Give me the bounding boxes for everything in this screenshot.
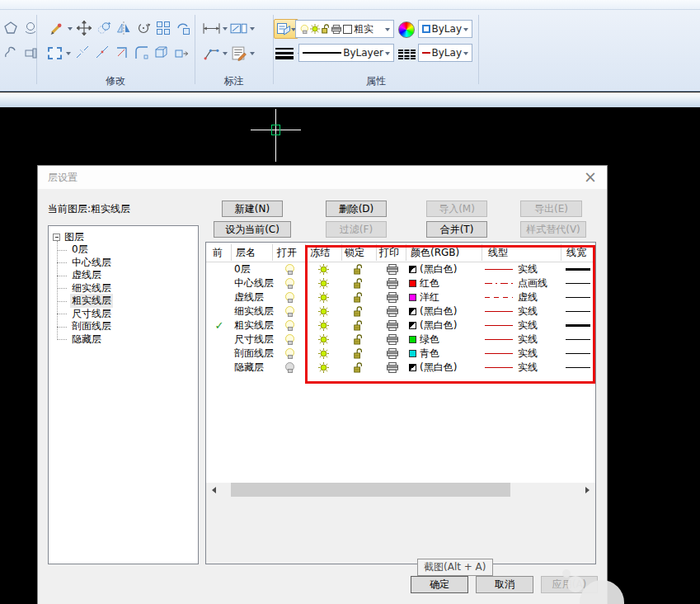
leader-icon[interactable]	[203, 44, 220, 62]
color-cell[interactable]: 红色	[409, 276, 485, 290]
offset-icon[interactable]	[174, 19, 191, 37]
freeze-toggle[interactable]	[308, 333, 338, 347]
stretch-icon[interactable]	[172, 44, 190, 62]
cylinder-tool-icon[interactable]	[21, 44, 39, 62]
on-toggle[interactable]	[275, 290, 303, 304]
tree-item-layer[interactable]: 中心线层	[57, 257, 196, 270]
current-cell[interactable]	[208, 304, 231, 319]
table-row[interactable]: 剖面线层 青色 实线	[206, 347, 595, 361]
current-cell[interactable]	[208, 262, 231, 276]
on-toggle[interactable]	[275, 262, 303, 276]
current-cell[interactable]	[208, 361, 231, 375]
on-toggle[interactable]	[275, 361, 303, 375]
current-cell[interactable]	[208, 319, 231, 333]
freeze-toggle[interactable]	[308, 276, 338, 290]
lineweight-cell[interactable]	[562, 304, 594, 319]
color-cell[interactable]: 洋红	[409, 290, 485, 304]
layer-name-cell[interactable]: 细实线层	[234, 304, 277, 319]
lineweight-cell[interactable]	[562, 333, 594, 347]
lineweight-icon[interactable]	[274, 45, 295, 63]
color-cell[interactable]: (黑白色)	[409, 319, 485, 333]
tree-item-layer[interactable]: 0层	[57, 243, 196, 257]
linetype-cell[interactable]: 实线	[485, 319, 562, 333]
print-toggle[interactable]	[378, 276, 407, 290]
print-toggle[interactable]	[378, 333, 407, 347]
spline-tool-icon[interactable]	[2, 44, 19, 62]
break-line-icon[interactable]	[73, 44, 91, 62]
lock-toggle[interactable]	[343, 304, 373, 319]
new-button[interactable]: 新建(N)	[222, 201, 283, 217]
rotate-3d-icon[interactable]	[153, 44, 170, 62]
break-point-icon[interactable]	[93, 44, 110, 62]
dropdown-arrow-icon[interactable]	[66, 52, 71, 58]
color-cell[interactable]: 绿色	[409, 333, 485, 347]
lock-toggle[interactable]	[343, 319, 373, 333]
layer-combo[interactable]: 粗实	[295, 20, 394, 38]
trim-icon[interactable]	[113, 44, 130, 62]
table-row[interactable]: 细实线层 (黑白色) 实线	[206, 304, 595, 319]
dropdown-arrow-icon[interactable]	[223, 27, 228, 33]
linetype-cell[interactable]: 虚线	[485, 290, 562, 304]
lock-toggle[interactable]	[343, 347, 373, 361]
current-cell[interactable]	[208, 333, 231, 347]
print-toggle[interactable]	[378, 290, 407, 304]
dropdown-arrow-icon[interactable]	[223, 52, 228, 58]
tree-item-layer[interactable]: 细实线层	[57, 282, 196, 295]
freeze-toggle[interactable]	[308, 319, 338, 333]
table-row[interactable]: 中心线层 红色 点画线	[206, 276, 595, 290]
cancel-button[interactable]: 取消	[476, 576, 533, 593]
on-toggle[interactable]	[275, 304, 303, 319]
close-icon[interactable]	[584, 170, 597, 185]
tree-item-layer[interactable]: 尺寸线层	[57, 308, 196, 321]
freeze-toggle[interactable]	[308, 262, 338, 276]
freeze-toggle[interactable]	[308, 347, 338, 361]
linetype-cell[interactable]: 实线	[485, 333, 562, 347]
tree-item-layer[interactable]: 虚线层	[57, 269, 196, 282]
linetype-combo[interactable]: ByLayer	[298, 44, 394, 62]
tree-item-layer[interactable]: 剖面线层	[57, 320, 196, 333]
current-cell[interactable]	[208, 276, 231, 290]
dropdown-arrow-icon[interactable]	[385, 28, 390, 34]
polygon-tool-icon[interactable]	[2, 19, 19, 37]
dropdown-arrow-icon[interactable]	[68, 27, 73, 33]
color-cell[interactable]: (黑白色)	[409, 361, 485, 375]
table-row[interactable]: 0层 (黑白色) 实线	[206, 262, 595, 276]
lock-toggle[interactable]	[343, 361, 373, 375]
layer-name-cell[interactable]: 0层	[234, 262, 277, 276]
linetype-cell[interactable]: 实线	[485, 304, 562, 319]
scroll-right-arrow[interactable]	[581, 483, 595, 497]
rotate-copy-icon[interactable]	[95, 19, 112, 37]
linetype-cell[interactable]: 实线	[485, 347, 562, 361]
print-toggle[interactable]	[378, 304, 407, 319]
dropdown-arrow-icon[interactable]	[463, 52, 468, 58]
dropdown-arrow-icon[interactable]	[385, 52, 390, 58]
color-cell[interactable]: (黑白色)	[409, 304, 485, 319]
linetype-manager-icon[interactable]	[398, 45, 416, 64]
ok-button[interactable]: 确定	[411, 576, 468, 593]
scrollbar-thumb[interactable]	[231, 483, 510, 497]
array-icon[interactable]	[154, 19, 171, 37]
tree-item-layer[interactable]: 粗实线层	[57, 295, 196, 308]
selection-rect-icon[interactable]	[46, 44, 63, 62]
color-wheel-icon[interactable]	[397, 21, 415, 39]
layer-name-cell[interactable]: 中心线层	[234, 276, 277, 290]
horizontal-scrollbar[interactable]	[206, 483, 595, 497]
on-toggle[interactable]	[275, 333, 303, 347]
current-cell[interactable]	[208, 347, 231, 361]
lock-toggle[interactable]	[343, 290, 373, 304]
text-edit-icon[interactable]	[230, 44, 247, 62]
table-row[interactable]: 尺寸线层 绿色 实线	[206, 333, 595, 347]
lineweight-cell[interactable]	[562, 290, 594, 304]
lineweight-cell[interactable]	[562, 347, 594, 361]
delete-button[interactable]: 删除(D)	[326, 201, 387, 217]
rotate-icon[interactable]	[134, 19, 152, 37]
color-combo[interactable]: ByLay	[418, 20, 472, 38]
on-toggle[interactable]	[275, 319, 303, 333]
lineweight-cell[interactable]	[562, 276, 594, 290]
color-cell[interactable]: 青色	[409, 347, 485, 361]
move-icon[interactable]	[75, 19, 92, 37]
scroll-left-arrow[interactable]	[206, 483, 220, 497]
edit-brush-icon[interactable]	[48, 19, 65, 37]
current-cell[interactable]	[208, 290, 231, 304]
lock-toggle[interactable]	[343, 276, 373, 290]
